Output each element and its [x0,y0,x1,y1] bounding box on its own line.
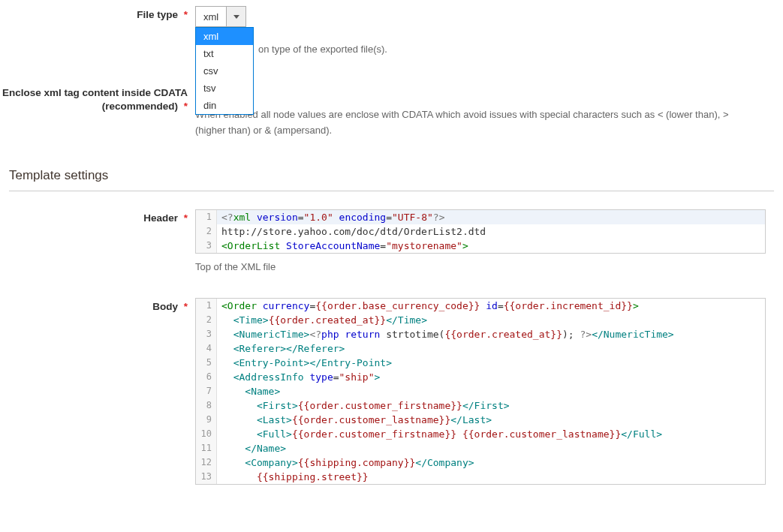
file-type-select[interactable]: xml [195,6,246,27]
header-help: Top of the XML file [195,260,751,275]
header-label: Header * [0,209,195,275]
code-content: <Entry-Point></Entry-Point> [217,356,392,370]
code-content: <Referer></Referer> [217,341,345,356]
code-line[interactable]: 9 <Last>{{order.customer_lastname}}</Las… [196,413,765,427]
file-type-control: xml xmltxtcsvtsvdin on type of the expor… [195,6,783,58]
line-number: 5 [196,356,217,370]
body-label: Body * [0,298,195,485]
code-content: http://store.yahoo.com/doc/dtd/OrderList… [217,224,486,239]
code-content: <Name> [217,384,280,398]
line-number: 10 [196,427,217,441]
line-number: 1 [196,299,217,313]
line-number: 1 [196,210,217,224]
file-type-option-txt[interactable]: txt [196,45,253,62]
line-number: 3 [196,327,217,341]
code-content: <Company>{{shipping.company}}</Company> [217,455,474,470]
code-content: </Name> [217,441,286,455]
label-text: Enclose xml tag content inside CDATA (re… [2,87,188,112]
code-content: <Full>{{order.customer_firstname}} {{ord… [217,427,662,441]
line-number: 4 [196,341,217,356]
caret-down-icon [233,15,239,19]
code-content: <First>{{order.customer_firstname}}</Fir… [217,398,510,413]
code-line[interactable]: 4 <Referer></Referer> [196,341,765,356]
line-number: 9 [196,413,217,427]
cdata-label: Enclose xml tag content inside CDATA (re… [0,83,195,139]
code-content: <AddressInfo type="ship"> [217,370,380,384]
code-line[interactable]: 3<OrderList StoreAccountName="mystorenam… [196,239,765,253]
code-line[interactable]: 12 <Company>{{shipping.company}}</Compan… [196,455,765,470]
file-type-select-wrap: xml xmltxtcsvtsvdin [195,6,246,27]
line-number: 7 [196,384,217,398]
file-type-option-din[interactable]: din [196,97,253,114]
code-line[interactable]: 11 </Name> [196,441,765,455]
line-number: 2 [196,224,217,239]
header-code-editor[interactable]: 1<?xml version="1.0" encoding="UTF-8"?>2… [195,209,766,254]
code-content: <Time>{{order.created_at}}</Time> [217,313,427,327]
body-row: Body * 1<Order currency={{order.base_cur… [0,298,783,485]
code-line[interactable]: 1<?xml version="1.0" encoding="UTF-8"?> [196,210,765,224]
code-line[interactable]: 6 <AddressInfo type="ship"> [196,370,765,384]
code-content: {{shipping.street}} [217,470,369,484]
code-line[interactable]: 8 <First>{{order.customer_firstname}}</F… [196,398,765,413]
line-number: 8 [196,398,217,413]
file-type-option-csv[interactable]: csv [196,62,253,80]
file-type-option-tsv[interactable]: tsv [196,80,253,97]
required-asterisk: * [184,212,188,224]
code-line[interactable]: 5 <Entry-Point></Entry-Point> [196,356,765,370]
cdata-help: When enabled all node values are enclose… [195,107,751,139]
template-settings-section: Template settings [9,168,774,191]
line-number: 2 [196,313,217,327]
cdata-control: When enabled all node values are enclose… [195,83,783,139]
cdata-row: Enclose xml tag content inside CDATA (re… [0,83,783,139]
code-content: <OrderList StoreAccountName="mystorename… [217,239,468,253]
file-type-row: File type * xml xmltxtcsvtsvdin on type … [0,6,783,58]
file-type-help: on type of the exported file(s). [258,42,768,58]
code-line[interactable]: 7 <Name> [196,384,765,398]
code-content: <?xml version="1.0" encoding="UTF-8"?> [217,210,444,224]
file-type-dropdown[interactable]: xmltxtcsvtsvdin [195,27,254,115]
file-type-dropdown-button[interactable] [226,7,245,26]
file-type-label: File type * [0,6,195,58]
code-content: <Last>{{order.customer_lastname}}</Last> [217,413,492,427]
code-line[interactable]: 2 <Time>{{order.created_at}}</Time> [196,313,765,327]
required-asterisk: * [184,101,188,112]
section-title: Template settings [9,168,774,191]
code-line[interactable]: 10 <Full>{{order.customer_firstname}} {{… [196,427,765,441]
code-line[interactable]: 13 {{shipping.street}} [196,470,765,484]
required-asterisk: * [184,301,188,312]
code-content: <Order currency={{order.base_currency_co… [217,299,639,313]
header-row: Header * 1<?xml version="1.0" encoding="… [0,209,783,275]
label-text: File type [137,9,178,20]
code-line[interactable]: 3 <NumericTime><?php return strtotime({{… [196,327,765,341]
line-number: 11 [196,441,217,455]
code-line[interactable]: 2http://store.yahoo.com/doc/dtd/OrderLis… [196,224,765,239]
required-asterisk: * [184,9,188,20]
line-number: 13 [196,470,217,484]
line-number: 12 [196,455,217,470]
body-code-editor[interactable]: 1<Order currency={{order.base_currency_c… [195,298,766,485]
line-number: 3 [196,239,217,253]
code-line[interactable]: 1<Order currency={{order.base_currency_c… [196,299,765,313]
file-type-value: xml [196,7,226,26]
file-type-option-xml[interactable]: xml [196,28,253,45]
label-text: Body [152,301,178,312]
body-control: 1<Order currency={{order.base_currency_c… [195,298,783,485]
line-number: 6 [196,370,217,384]
label-text: Header [143,212,178,224]
code-content: <NumericTime><?php return strtotime({{or… [217,327,674,341]
header-control: 1<?xml version="1.0" encoding="UTF-8"?>2… [195,209,783,275]
